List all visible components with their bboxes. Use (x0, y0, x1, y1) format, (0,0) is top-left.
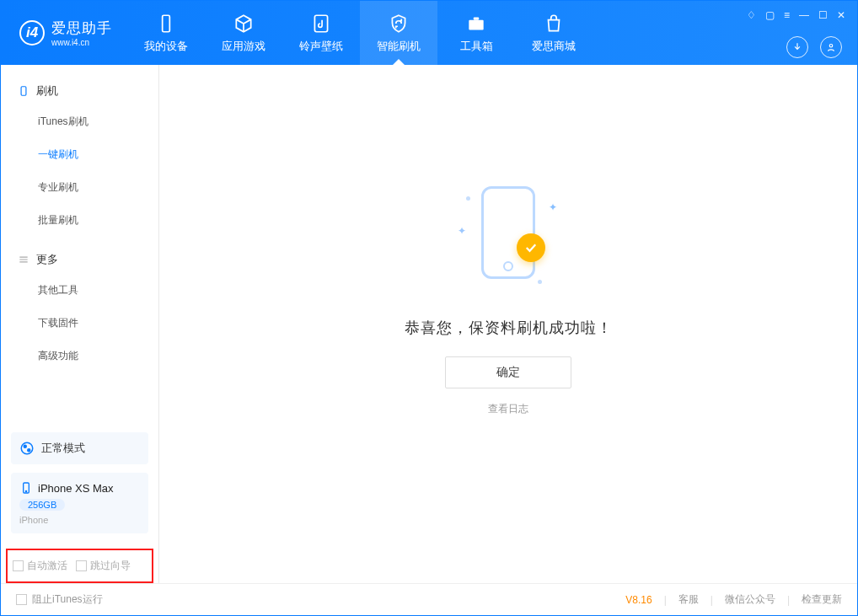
nav-label: 我的设备 (144, 39, 188, 54)
nav-label: 应用游戏 (222, 39, 265, 54)
link-wechat[interactable]: 微信公众号 (725, 592, 775, 607)
checkbox-auto-activate[interactable]: 自动激活 (13, 559, 67, 573)
device-icon (155, 13, 177, 35)
nav-label: 爱思商城 (532, 39, 576, 54)
version-label: V8.16 (625, 594, 652, 606)
music-icon (310, 13, 332, 35)
cube-icon (233, 13, 255, 35)
svg-rect-1 (314, 15, 327, 32)
sidebar-item-advanced[interactable]: 高级功能 (38, 340, 158, 372)
footer: 阻止iTunes运行 V8.16 | 客服 | 微信公众号 | 检查更新 (1, 583, 857, 615)
success-illustration: ✦ ✦ (449, 181, 567, 299)
refresh-shield-icon (388, 13, 410, 35)
phone-outline-icon (481, 186, 535, 279)
sidebar-item-download-firmware[interactable]: 下载固件 (38, 307, 158, 340)
nav-label: 工具箱 (460, 39, 493, 54)
checkbox-icon (76, 560, 87, 571)
bag-icon (543, 13, 565, 35)
device-name: iPhone XS Max (38, 482, 114, 495)
window-controls: ♢ ▢ ≡ — ☐ ✕ (747, 9, 845, 21)
close-button[interactable]: ✕ (837, 9, 845, 21)
phone-small-icon (18, 85, 29, 97)
mode-label: 正常模式 (41, 441, 85, 456)
success-message: 恭喜您，保资料刷机成功啦！ (405, 318, 613, 338)
minimize-button[interactable]: — (799, 9, 809, 21)
app-title: 爱思助手 (51, 19, 112, 38)
checkbox-label: 自动激活 (27, 559, 67, 573)
header: i4 爱思助手 www.i4.cn 我的设备 应用游戏 铃声壁纸 智能刷机 工具… (1, 1, 857, 65)
svg-rect-5 (21, 87, 26, 96)
checkbox-icon (16, 594, 27, 605)
svg-point-7 (24, 445, 26, 447)
checkbox-label: 跳过向导 (90, 559, 131, 573)
list-icon (18, 254, 29, 265)
nav-label: 铃声壁纸 (299, 39, 343, 54)
group-title: 刷机 (36, 83, 58, 99)
view-log-link[interactable]: 查看日志 (488, 402, 528, 416)
link-update[interactable]: 检查更新 (802, 592, 842, 607)
download-button[interactable] (786, 36, 808, 58)
svg-point-4 (829, 45, 833, 48)
nav-apps[interactable]: 应用游戏 (205, 1, 282, 65)
checkbox-label: 阻止iTunes运行 (32, 592, 103, 607)
svg-rect-3 (474, 17, 480, 19)
options-highlight-box: 自动激活 跳过向导 (6, 549, 153, 583)
sidebar-item-other-tools[interactable]: 其他工具 (38, 274, 158, 307)
device-small-icon (19, 481, 33, 495)
logo[interactable]: i4 爱思助手 www.i4.cn (1, 19, 127, 47)
checkbox-icon (13, 560, 24, 571)
svg-rect-0 (163, 15, 170, 32)
shirt-icon[interactable]: ♢ (747, 9, 756, 21)
logo-icon: i4 (19, 20, 45, 46)
sidebar-item-batch-flash[interactable]: 批量刷机 (38, 204, 158, 237)
mode-card[interactable]: 正常模式 (11, 432, 148, 464)
briefcase-icon (465, 13, 487, 35)
nav-store[interactable]: 爱思商城 (515, 1, 593, 65)
link-service[interactable]: 客服 (678, 592, 699, 607)
device-card[interactable]: iPhone XS Max 256GB iPhone (11, 473, 148, 533)
nav-label: 智能刷机 (377, 39, 421, 54)
user-button[interactable] (820, 36, 842, 58)
checkbox-block-itunes[interactable]: 阻止iTunes运行 (16, 592, 103, 607)
nav-my-device[interactable]: 我的设备 (127, 1, 205, 65)
nav-flash[interactable]: 智能刷机 (360, 1, 437, 65)
maximize-button[interactable]: ☐ (818, 9, 828, 21)
top-nav: 我的设备 应用游戏 铃声壁纸 智能刷机 工具箱 爱思商城 (127, 1, 593, 65)
sidebar-group-more[interactable]: 更多 (1, 245, 158, 274)
checkbox-skip-guide[interactable]: 跳过向导 (76, 559, 131, 573)
note-icon[interactable]: ▢ (765, 9, 775, 21)
app-subtitle: www.i4.cn (51, 38, 112, 47)
header-actions (786, 36, 842, 58)
group-title: 更多 (36, 252, 58, 267)
sidebar-item-itunes-flash[interactable]: iTunes刷机 (38, 105, 158, 138)
sidebar-group-flash[interactable]: 刷机 (1, 77, 158, 105)
svg-rect-2 (469, 19, 483, 29)
sidebar: 刷机 iTunes刷机 一键刷机 专业刷机 批量刷机 更多 其他工具 下载固件 … (1, 65, 159, 583)
menu-icon[interactable]: ≡ (784, 9, 790, 21)
nav-toolbox[interactable]: 工具箱 (437, 1, 515, 65)
sidebar-item-oneclick-flash[interactable]: 一键刷机 (38, 138, 158, 171)
svg-point-10 (25, 490, 26, 491)
nav-ringtones[interactable]: 铃声壁纸 (282, 1, 360, 65)
check-badge-icon (517, 233, 545, 262)
device-storage: 256GB (19, 499, 65, 511)
sidebar-item-pro-flash[interactable]: 专业刷机 (38, 171, 158, 204)
mode-icon (19, 441, 35, 456)
ok-button[interactable]: 确定 (445, 356, 571, 388)
svg-point-8 (28, 449, 30, 452)
device-type: iPhone (19, 515, 140, 525)
main-content: ✦ ✦ 恭喜您，保资料刷机成功啦！ 确定 查看日志 (159, 65, 857, 583)
svg-point-6 (21, 442, 33, 454)
